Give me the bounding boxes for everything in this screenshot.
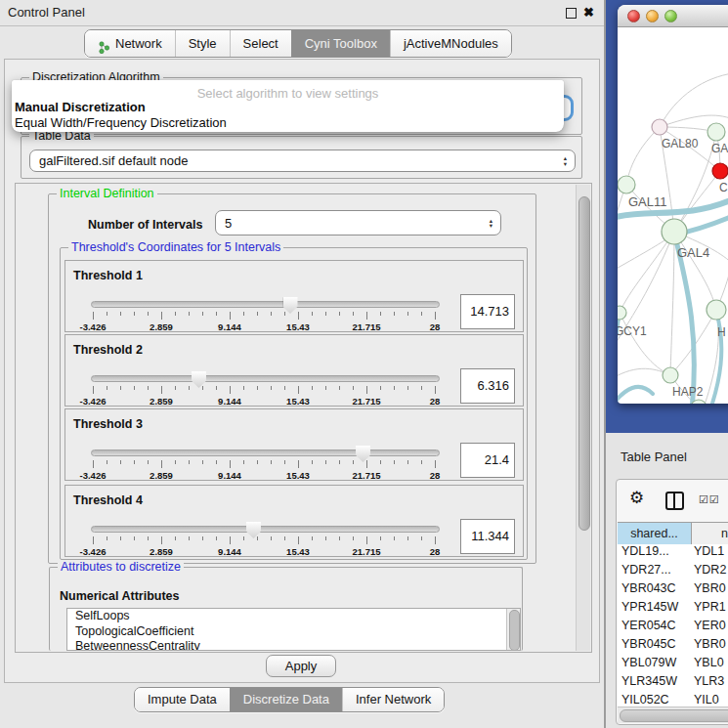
slider-tick — [257, 536, 258, 540]
tab-jactivemnodules[interactable]: jActiveMNodules — [390, 30, 511, 57]
tab-select[interactable]: Select — [230, 30, 291, 57]
slider-tick-label: 9.144 — [218, 321, 241, 332]
slider-tick — [325, 386, 326, 390]
slider-tick — [257, 460, 258, 464]
slider-tick — [120, 460, 121, 464]
list-item[interactable]: SelfLoops — [67, 609, 520, 624]
slider-tick-label: 21.715 — [352, 396, 380, 407]
table-row[interactable]: YBL079WYBL0 — [618, 656, 728, 674]
control-panel-titlebar: Control Panel ✖ — [0, 0, 604, 26]
split-columns-icon[interactable] — [665, 492, 684, 510]
slider-track[interactable] — [91, 526, 440, 533]
minimize-window-icon[interactable] — [646, 10, 659, 22]
network-canvas[interactable]: GAL80GACGAL11GAL4HGCY1HAP2 — [618, 26, 728, 404]
slider-tick — [435, 312, 436, 320]
algorithm-option[interactable]: Equal Width/Frequency Discretization — [15, 115, 227, 130]
table-row[interactable]: YDR27...YDR2 — [618, 563, 728, 581]
slider-tick-label: 15.43 — [286, 546, 310, 557]
node-label: GAL11 — [628, 194, 667, 209]
tab-label: Style — [189, 31, 217, 56]
tab-network[interactable]: Network — [85, 30, 175, 57]
slider-thumb[interactable] — [192, 371, 206, 388]
table-row[interactable]: YPR145WYPR1 — [618, 600, 728, 619]
close-window-icon[interactable] — [627, 10, 640, 22]
slider-thumb[interactable] — [356, 446, 370, 462]
slider-tick — [216, 386, 217, 390]
select-columns-icon[interactable]: ☑☑ — [699, 493, 720, 506]
table-row[interactable]: YIL052CYIL0 — [618, 693, 728, 707]
slider-track[interactable] — [91, 301, 440, 308]
settings-scrollbar-thumb[interactable] — [578, 196, 590, 531]
close-icon[interactable]: ✖ — [583, 5, 594, 21]
settings-vertical-scrollbar[interactable] — [576, 185, 590, 651]
slider-thumb[interactable] — [246, 522, 261, 538]
app-root: Control Panel ✖ NetworkStyleSelectCyni T… — [0, 0, 728, 728]
gear-icon[interactable]: ⚙ — [629, 488, 644, 508]
slider-tick — [312, 460, 313, 464]
slider-track[interactable] — [91, 375, 440, 382]
table-row[interactable]: YBR043CYBR0 — [618, 581, 728, 600]
threshold-value-field[interactable]: 6.316 — [460, 368, 515, 404]
slider-tick — [421, 312, 422, 316]
slider-tick-label: 2.859 — [150, 396, 173, 407]
bottom-tab-infer-network[interactable]: Infer Network — [342, 688, 444, 711]
column-header-shared-name[interactable]: shared... — [618, 523, 692, 545]
numerical-attributes-list[interactable]: SelfLoopsTopologicalCoefficientBetweenne… — [66, 608, 521, 651]
slider-tick — [93, 460, 94, 468]
table-hscrollbar-thumb[interactable] — [620, 709, 728, 722]
list-scrollbar-thumb[interactable] — [509, 610, 520, 651]
table-row[interactable]: YER054CYER0 — [618, 619, 728, 637]
table-data-combobox[interactable]: galFiltered.sif default node ▴▾ — [29, 150, 576, 172]
slider-tick — [394, 386, 395, 390]
slider-tick — [93, 536, 94, 544]
network-node-gal4[interactable] — [662, 219, 687, 244]
network-node-c[interactable] — [712, 163, 728, 179]
apply-button[interactable]: Apply — [266, 655, 336, 677]
bottom-tab-impute-data[interactable]: Impute Data — [135, 688, 230, 711]
panel-title: Control Panel — [8, 0, 85, 25]
slider-tick — [394, 312, 395, 316]
tab-style[interactable]: Style — [175, 30, 230, 57]
network-node-ga[interactable] — [707, 123, 725, 141]
zoom-window-icon[interactable] — [664, 10, 677, 22]
tab-cyni-toolbox[interactable]: Cyni Toolbox — [291, 30, 390, 57]
slider-track[interactable] — [91, 450, 440, 456]
float-window-icon[interactable] — [566, 8, 577, 19]
slider-tick-label: 2.859 — [150, 470, 173, 481]
column-header-name[interactable]: n — [692, 523, 728, 545]
slider-tick — [189, 460, 190, 464]
list-scrollbar[interactable] — [506, 609, 520, 650]
network-node-gcy1[interactable] — [618, 306, 626, 320]
list-item[interactable]: TopologicalCoefficient — [67, 624, 520, 640]
table-horizontal-scrollbar[interactable] — [618, 707, 728, 723]
table-row[interactable]: YBR045CYBR0 — [618, 637, 728, 656]
network-node-hap2[interactable] — [663, 367, 678, 383]
network-node-h[interactable] — [707, 300, 726, 320]
table-row[interactable]: YLR345WYLR3 — [618, 674, 728, 693]
list-item[interactable]: BetweennessCentrality — [67, 639, 520, 651]
slider-tick — [394, 536, 395, 540]
threshold-value-field[interactable]: 14.713 — [460, 294, 515, 329]
threshold-value-field[interactable]: 21.4 — [460, 443, 515, 478]
threshold-label: Threshold 1 — [73, 269, 143, 282]
slider-tick — [148, 312, 149, 316]
number-of-intervals-combobox[interactable]: 5 ▴▾ — [215, 210, 501, 236]
cyni-bottom-tabs: Impute DataDiscretize DataInfer Network — [134, 687, 445, 712]
algorithm-option[interactable]: Manual Discretization — [15, 100, 146, 114]
cell-shared-name: YBL079W — [618, 656, 692, 674]
threshold-value-field[interactable]: 11.344 — [460, 519, 515, 554]
tab-label: Impute Data — [148, 689, 217, 710]
slider-tick — [161, 460, 162, 468]
cell-shared-name: YPR145W — [618, 600, 692, 619]
network-node-gal80[interactable] — [652, 119, 667, 135]
table-row[interactable]: YDL19...YDL1 — [618, 544, 728, 563]
slider-tick — [407, 536, 408, 540]
slider-tick — [284, 536, 285, 540]
bottom-tab-discretize-data[interactable]: Discretize Data — [230, 688, 342, 711]
slider-tick — [380, 312, 381, 316]
slider-tick — [243, 460, 244, 464]
network-edge — [626, 127, 660, 185]
slider-tick — [271, 460, 272, 464]
network-node-gal11[interactable] — [618, 176, 635, 193]
number-of-intervals-label: Number of Intervals — [88, 218, 202, 232]
